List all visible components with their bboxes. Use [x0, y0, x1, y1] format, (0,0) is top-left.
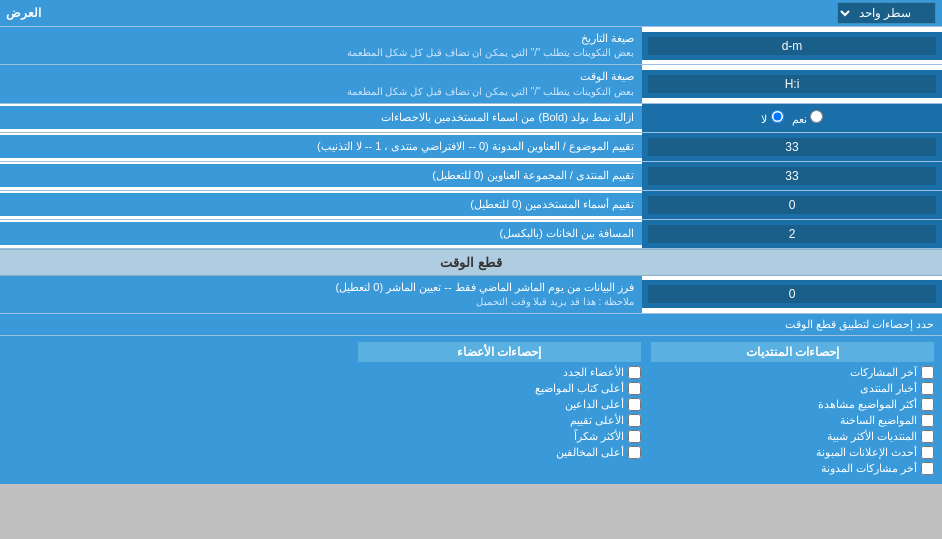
checkbox-item-col1-3: المواضيع الساخنة	[651, 414, 934, 427]
bold-radio-group: نعم لا	[761, 110, 822, 126]
forum-sort-row: تقييم المنتدى / المجموعة العناوين (0 للت…	[0, 162, 942, 191]
gap-entries-input[interactable]	[648, 225, 936, 243]
time-format-label: صيغة الوقت بعض التكوينات يتطلب "/" التي …	[0, 65, 642, 102]
gap-entries-row: المسافة بين الخانات (بالبكسل)	[0, 220, 942, 249]
checkboxes-grid: إحصاءات المنتديات آخر المشاركات أخبار ال…	[8, 342, 934, 478]
bold-yes-radio[interactable]	[810, 110, 823, 123]
time-format-input-wrapper[interactable]	[642, 70, 942, 98]
checkbox-item-col1-4: المنتديات الأكثر شبية	[651, 430, 934, 443]
top-row: سطر واحد سطرين ثلاثة أسطر العرض	[0, 0, 942, 27]
realtime-section-header: قطع الوقت	[0, 249, 942, 276]
checkbox-col1-1[interactable]	[921, 382, 934, 395]
gap-entries-label: المسافة بين الخانات (بالبكسل)	[0, 222, 642, 245]
time-format-input[interactable]	[648, 75, 936, 93]
user-sort-input[interactable]	[648, 196, 936, 214]
checkbox-col2-2[interactable]	[628, 398, 641, 411]
bold-no-radio[interactable]	[771, 110, 784, 123]
checkbox-col3	[8, 342, 348, 478]
forum-sort-label: تقييم المنتدى / المجموعة العناوين (0 للت…	[0, 164, 642, 187]
checkbox-col2-5[interactable]	[628, 446, 641, 459]
checkbox-col1-4[interactable]	[921, 430, 934, 443]
user-sort-input-wrapper[interactable]	[642, 191, 942, 219]
topic-sort-label: تقييم الموضوع / العناوين المدونة (0 -- ا…	[0, 135, 642, 158]
checkbox-item-col2-3: الأعلى تقييم	[358, 414, 641, 427]
checkbox-item-col1-2: أكثر المواضيع مشاهدة	[651, 398, 934, 411]
time-format-row: صيغة الوقت بعض التكوينات يتطلب "/" التي …	[0, 65, 942, 103]
date-format-input-wrapper[interactable]	[642, 32, 942, 60]
col1-title: إحصاءات المنتديات	[651, 342, 934, 362]
checkbox-item-col1-1: أخبار المنتدى	[651, 382, 934, 395]
checkbox-item-col2-1: أعلى كتاب المواضيع	[358, 382, 641, 395]
checkbox-item-col2-5: أعلى المخالفين	[358, 446, 641, 459]
display-select-wrapper[interactable]: سطر واحد سطرين ثلاثة أسطر	[837, 2, 936, 24]
checkbox-col1-3[interactable]	[921, 414, 934, 427]
bold-remove-row: نعم لا ازالة نمط بولد (Bold) من اسماء ال…	[0, 104, 942, 133]
bold-radio-wrapper[interactable]: نعم لا	[642, 104, 942, 132]
checkbox-col1: إحصاءات المنتديات آخر المشاركات أخبار ال…	[651, 342, 934, 478]
checkbox-item-col2-2: أعلى الداعين	[358, 398, 641, 411]
col2-title: إحصاءات الأعضاء	[358, 342, 641, 362]
user-sort-label: تقييم أسماء المستخدمين (0 للتعطيل)	[0, 193, 642, 216]
topic-sort-input[interactable]	[648, 138, 936, 156]
realtime-row: فرز البيانات من يوم الماشر الماضي فقط --…	[0, 276, 942, 314]
checkbox-col1-6[interactable]	[921, 462, 934, 475]
checkbox-col1-0[interactable]	[921, 366, 934, 379]
date-format-input[interactable]	[648, 37, 936, 55]
bold-remove-label: ازالة نمط بولد (Bold) من اسماء المستخدمي…	[0, 106, 642, 129]
date-format-label: صيغة التاريخ بعض التكوينات يتطلب "/" الت…	[0, 27, 642, 64]
checkbox-item-col2-4: الأكثر شكراً	[358, 430, 641, 443]
checkbox-col1-2[interactable]	[921, 398, 934, 411]
checkbox-item-col2-0: الأعضاء الجدد	[358, 366, 641, 379]
display-select[interactable]: سطر واحد سطرين ثلاثة أسطر	[837, 2, 936, 24]
limit-row: حدد إحصاءات لتطبيق قطع الوقت	[0, 314, 942, 336]
forum-sort-input-wrapper[interactable]	[642, 162, 942, 190]
topic-sort-input-wrapper[interactable]	[642, 133, 942, 161]
realtime-input[interactable]	[648, 285, 936, 303]
display-label: العرض	[6, 6, 41, 20]
realtime-label: فرز البيانات من يوم الماشر الماضي فقط --…	[0, 276, 642, 313]
gap-entries-input-wrapper[interactable]	[642, 220, 942, 248]
bold-yes-label: نعم	[792, 110, 823, 126]
checkbox-item-col1-5: أحدث الإعلانات المبونة	[651, 446, 934, 459]
checkbox-col2-3[interactable]	[628, 414, 641, 427]
checkbox-col2-0[interactable]	[628, 366, 641, 379]
date-format-row: صيغة التاريخ بعض التكوينات يتطلب "/" الت…	[0, 27, 942, 65]
topic-sort-row: تقييم الموضوع / العناوين المدونة (0 -- ا…	[0, 133, 942, 162]
bold-no-label: لا	[761, 110, 783, 126]
checkbox-item-col1-6: أخر مشاركات المدونة	[651, 462, 934, 475]
checkbox-item-col1-0: آخر المشاركات	[651, 366, 934, 379]
realtime-input-wrapper[interactable]	[642, 280, 942, 308]
forum-sort-input[interactable]	[648, 167, 936, 185]
checkboxes-section: إحصاءات المنتديات آخر المشاركات أخبار ال…	[0, 336, 942, 484]
checkbox-col2: إحصاءات الأعضاء الأعضاء الجدد أعلى كتاب …	[358, 342, 641, 478]
checkbox-col1-5[interactable]	[921, 446, 934, 459]
user-sort-row: تقييم أسماء المستخدمين (0 للتعطيل)	[0, 191, 942, 220]
checkbox-col2-4[interactable]	[628, 430, 641, 443]
checkbox-col2-1[interactable]	[628, 382, 641, 395]
main-container: سطر واحد سطرين ثلاثة أسطر العرض صيغة الت…	[0, 0, 942, 484]
